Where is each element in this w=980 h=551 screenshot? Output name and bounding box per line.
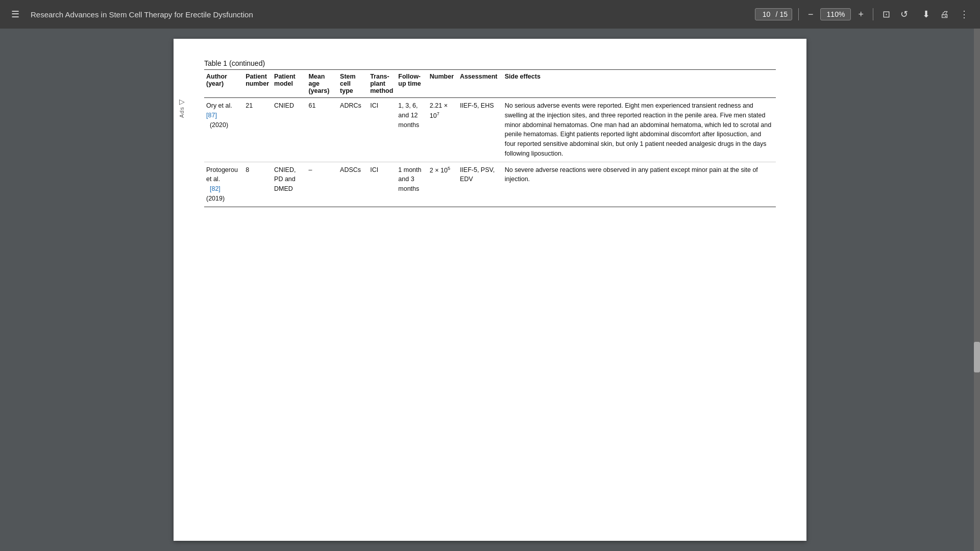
document-title: Research Advances in Stem Cell Therapy f… <box>31 10 747 19</box>
col-stem-cell-type: Stem cell type <box>338 70 368 98</box>
scrollbar-thumb[interactable] <box>974 342 980 372</box>
cell-side-effects-1: No serious adverse events were reported.… <box>503 98 776 162</box>
page-input-wrapper: / 15 <box>755 8 792 20</box>
cell-assessment-2: IIEF-5, PSV, EDV <box>458 162 503 207</box>
col-side-effects: Side effects <box>503 70 776 98</box>
zoom-in-button[interactable]: + <box>855 7 867 22</box>
table-row: Ory et al. [87] (2020) 21 CNIED 61 ADRCs… <box>204 98 776 162</box>
col-transplant-method: Trans-plantmethod <box>368 70 396 98</box>
zoom-out-icon: − <box>808 9 814 20</box>
toolbar-right: ⬇ 🖨 ⋮ <box>919 7 972 22</box>
data-table: Author (year) Patientnumber Patient mode… <box>204 69 776 207</box>
cell-side-effects-2: No severe adverse reactions were observe… <box>503 162 776 207</box>
current-page-input[interactable] <box>760 10 774 18</box>
ref-link-82[interactable]: [82] <box>210 185 220 192</box>
document-page: ▷ Ads Table 1 (continued) Author (year) … <box>174 39 806 541</box>
col-patient-number: Patientnumber <box>243 70 272 98</box>
more-options-button[interactable]: ⋮ <box>957 7 972 22</box>
col-assessment: Assessment <box>458 70 503 98</box>
print-icon: 🖨 <box>940 9 949 20</box>
more-icon: ⋮ <box>960 9 969 20</box>
col-author: Author (year) <box>204 70 243 98</box>
cell-patient-model-2: CNIED, PD and DMED <box>272 162 306 207</box>
cell-author-2: Protogerou et al. [82] (2019) <box>204 162 243 207</box>
cell-author-1: Ory et al. [87] (2020) <box>204 98 243 162</box>
cell-followup-1: 1, 3, 6, and 12months <box>396 98 428 162</box>
cell-assessment-1: IIEF-5, EHS <box>458 98 503 162</box>
cell-stem-cell-type-1: ADRCs <box>338 98 368 162</box>
table-header-row: Author (year) Patientnumber Patient mode… <box>204 70 776 98</box>
menu-icon: ☰ <box>11 9 19 20</box>
cell-patient-number-2: 8 <box>243 162 272 207</box>
zoom-in-icon: + <box>858 9 864 20</box>
col-patient-model: Patient model <box>272 70 306 98</box>
ads-arrow-icon: ▷ <box>179 97 185 106</box>
cell-stem-cell-type-2: ADSCs <box>338 162 368 207</box>
table-row: Protogerou et al. [82] (2019) 8 CNIED, P… <box>204 162 776 207</box>
total-pages: 15 <box>779 10 788 18</box>
cell-patient-number-1: 21 <box>243 98 272 162</box>
divider-2 <box>873 8 873 20</box>
rotate-button[interactable]: ↺ <box>897 7 911 22</box>
rotate-icon: ↺ <box>900 9 908 20</box>
cell-transplant-method-2: ICI <box>368 162 396 207</box>
ref-link-87[interactable]: [87] <box>206 112 217 119</box>
page-controls: / 15 − 110% + ⊡ ↺ <box>755 7 912 22</box>
scrollbar[interactable] <box>974 29 980 551</box>
ads-label: Ads <box>179 107 185 118</box>
table-title: Table 1 (continued) <box>204 59 776 67</box>
zoom-level: 110% <box>820 8 851 20</box>
print-button[interactable]: 🖨 <box>937 7 952 22</box>
fit-page-button[interactable]: ⊡ <box>879 7 893 22</box>
col-mean-age: Mean age (years) <box>306 70 338 98</box>
cell-mean-age-1: 61 <box>306 98 338 162</box>
cell-followup-2: 1 month and 3months <box>396 162 428 207</box>
page-separator: / <box>776 10 778 18</box>
cell-patient-model-1: CNIED <box>272 98 306 162</box>
ads-marker: ▷ Ads <box>179 97 185 118</box>
divider-1 <box>798 8 799 20</box>
col-followup-time: Follow-up time <box>396 70 428 98</box>
menu-button[interactable]: ☰ <box>8 7 22 22</box>
cell-transplant-method-1: ICI <box>368 98 396 162</box>
download-button[interactable]: ⬇ <box>919 7 933 22</box>
cell-mean-age-2: – <box>306 162 338 207</box>
col-number: Number <box>428 70 458 98</box>
download-icon: ⬇ <box>922 9 930 20</box>
zoom-out-button[interactable]: − <box>805 7 817 22</box>
document-area: ▷ Ads Table 1 (continued) Author (year) … <box>0 29 980 551</box>
fit-page-icon: ⊡ <box>883 9 890 20</box>
cell-number-1: 2.21 × 107 <box>428 98 458 162</box>
toolbar: ☰ Research Advances in Stem Cell Therapy… <box>0 0 980 29</box>
cell-number-2: 2 × 105 <box>428 162 458 207</box>
